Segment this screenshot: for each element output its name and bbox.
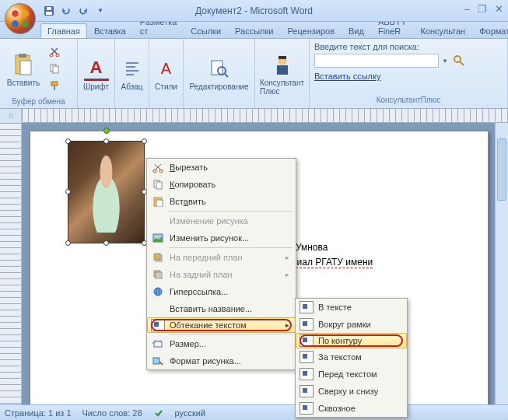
ruler-corner[interactable]: ⎍ bbox=[0, 109, 22, 123]
resize-handle[interactable] bbox=[65, 138, 71, 144]
svg-rect-42 bbox=[154, 341, 162, 347]
cm-change-picture[interactable]: Изменить рисунок... bbox=[147, 229, 296, 247]
paste-button[interactable]: Вставить bbox=[3, 51, 44, 87]
restore-button[interactable]: ❐ bbox=[478, 3, 487, 15]
tab-view[interactable]: Вид bbox=[342, 23, 371, 38]
svg-rect-31 bbox=[156, 182, 162, 189]
close-button[interactable]: ✕ bbox=[495, 3, 503, 15]
tab-format[interactable]: Формат bbox=[472, 23, 508, 38]
svg-rect-15 bbox=[54, 86, 55, 90]
wrap-square[interactable]: Вокруг рамки bbox=[296, 316, 407, 333]
resize-handle[interactable] bbox=[103, 240, 109, 246]
window-title: Документ2 - Microsoft Word bbox=[195, 5, 313, 16]
cm-size[interactable]: Размер... bbox=[147, 335, 296, 352]
consultant-icon bbox=[270, 52, 295, 77]
search-input[interactable] bbox=[314, 54, 439, 68]
svg-rect-6 bbox=[47, 7, 51, 10]
resize-handle[interactable] bbox=[103, 138, 109, 144]
vertical-scrollbar[interactable] bbox=[495, 123, 508, 404]
svg-point-3 bbox=[22, 20, 29, 27]
cm-cut[interactable]: Вырезать bbox=[147, 159, 296, 176]
wrap-inline[interactable]: В тексте bbox=[296, 299, 407, 316]
consultant-button[interactable]: Консультант Плюс bbox=[258, 51, 306, 96]
save-icon[interactable] bbox=[42, 4, 56, 18]
wrap-through[interactable]: Сквозное bbox=[296, 400, 407, 417]
cm-bring-front: На передний план▸ bbox=[147, 249, 296, 266]
svg-point-26 bbox=[454, 56, 461, 62]
resize-handle[interactable] bbox=[65, 240, 71, 246]
rotate-handle[interactable] bbox=[103, 128, 110, 134]
cm-text-wrap[interactable]: Обтекание текстом▸ bbox=[147, 317, 296, 333]
svg-rect-14 bbox=[51, 82, 58, 86]
tab-mail[interactable]: Рассылки bbox=[228, 23, 280, 38]
status-words[interactable]: Число слов: 28 bbox=[82, 408, 142, 418]
insert-link-link[interactable]: Вставить ссылку bbox=[314, 72, 380, 81]
resize-handle[interactable] bbox=[65, 189, 71, 194]
selected-image[interactable] bbox=[68, 141, 145, 243]
horizontal-ruler[interactable]: ⎍ bbox=[0, 109, 508, 123]
svg-point-40 bbox=[154, 288, 162, 296]
resize-handle[interactable] bbox=[142, 138, 147, 144]
svg-rect-33 bbox=[156, 200, 163, 207]
cut-icon bbox=[150, 160, 166, 174]
svg-rect-5 bbox=[46, 12, 52, 15]
styles-button[interactable]: AСтили bbox=[152, 54, 180, 91]
tab-consultant[interactable]: Консультан bbox=[413, 23, 472, 38]
context-menu: Вырезать Копировать Вставить Изменение р… bbox=[146, 158, 296, 370]
svg-rect-13 bbox=[53, 66, 58, 73]
svg-rect-43 bbox=[153, 358, 159, 364]
consultant-group-label: КонсультантПлюс bbox=[314, 95, 503, 105]
cm-hyperlink[interactable]: Гиперссылка... bbox=[147, 283, 296, 300]
tab-refs[interactable]: Ссылки bbox=[184, 23, 228, 38]
redo-icon[interactable] bbox=[76, 4, 90, 18]
cm-paste[interactable]: Вставить bbox=[147, 193, 296, 210]
office-button[interactable] bbox=[5, 3, 36, 34]
svg-point-0 bbox=[12, 10, 19, 17]
editing-button[interactable]: Редактирование bbox=[187, 54, 251, 91]
wrap-front[interactable]: Перед текстом bbox=[296, 366, 407, 383]
search-icon[interactable] bbox=[451, 53, 467, 68]
cut-icon[interactable] bbox=[47, 44, 62, 59]
find-icon bbox=[207, 56, 232, 81]
copy-icon bbox=[150, 177, 166, 191]
tab-home[interactable]: Главная bbox=[40, 23, 87, 38]
wrap-submenu: В тексте Вокруг рамки По контуру За текс… bbox=[295, 298, 408, 418]
cm-format-picture[interactable]: Формат рисунка... bbox=[147, 352, 296, 369]
cm-send-back: На задний план▸ bbox=[147, 266, 296, 283]
wrap-top-bottom[interactable]: Сверху и снизу bbox=[296, 383, 407, 400]
svg-rect-39 bbox=[156, 272, 162, 278]
paragraph-icon bbox=[120, 56, 145, 81]
svg-rect-25 bbox=[279, 56, 286, 59]
undo-icon[interactable] bbox=[59, 4, 73, 18]
cm-insert-caption[interactable]: Вставить название... bbox=[147, 300, 296, 317]
wrap-behind[interactable]: За текстом bbox=[296, 348, 407, 366]
cm-copy[interactable]: Копировать bbox=[147, 176, 296, 193]
hyperlink-icon bbox=[150, 285, 166, 299]
vertical-ruler[interactable] bbox=[0, 123, 22, 404]
wrap-tight[interactable]: По контуру bbox=[296, 333, 407, 348]
font-icon: А bbox=[84, 56, 109, 81]
paste-label: Вставить bbox=[7, 79, 40, 87]
qat-dropdown-icon[interactable]: ▼ bbox=[93, 4, 107, 18]
tab-review[interactable]: Рецензиров bbox=[280, 23, 342, 38]
search-dropdown-icon[interactable]: ▼ bbox=[442, 58, 448, 65]
svg-line-22 bbox=[225, 74, 228, 77]
svg-rect-24 bbox=[277, 65, 288, 75]
clipboard-group-label: Буфер обмена bbox=[3, 96, 74, 107]
status-language[interactable]: русский bbox=[175, 408, 205, 418]
minimize-button[interactable]: – bbox=[464, 3, 470, 15]
svg-point-2 bbox=[12, 20, 19, 27]
tab-insert[interactable]: Вставка bbox=[87, 23, 133, 38]
text-wrap-icon bbox=[150, 318, 166, 332]
status-page[interactable]: Страница: 1 из 1 bbox=[5, 408, 72, 418]
status-bar: Страница: 1 из 1 Число слов: 28 русский bbox=[0, 404, 508, 420]
spell-check-icon[interactable] bbox=[153, 408, 164, 418]
copy-icon[interactable] bbox=[47, 61, 62, 76]
format-painter-icon[interactable] bbox=[47, 78, 62, 93]
picture-icon bbox=[150, 231, 166, 245]
svg-rect-8 bbox=[19, 54, 26, 58]
ribbon: Вставить Буфер обмена АШрифт Абзац AСтил… bbox=[0, 39, 508, 109]
font-button[interactable]: АШрифт bbox=[81, 54, 111, 91]
styles-icon: A bbox=[154, 56, 179, 81]
paragraph-button[interactable]: Абзац bbox=[118, 54, 145, 91]
